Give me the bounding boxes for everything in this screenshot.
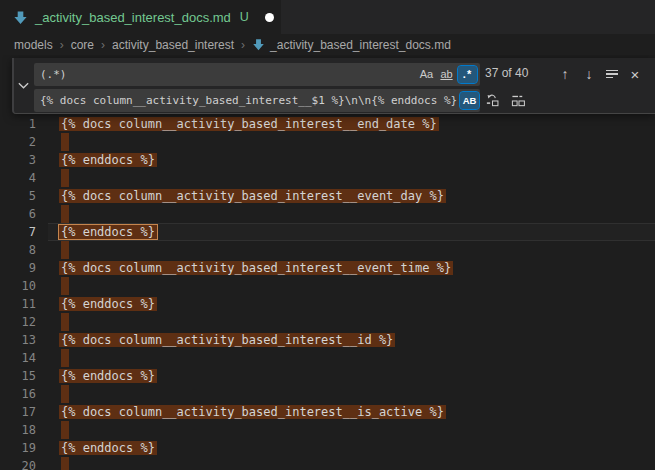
line-content: {% docs column__activity_based_interest_… (61, 115, 439, 133)
code-line[interactable]: 2 (0, 133, 655, 151)
line-number: 17 (0, 403, 36, 421)
find-match-highlight: {% enddocs %} (59, 153, 157, 167)
code-line[interactable]: 3{% enddocs %} (0, 151, 655, 169)
breadcrumb-filename: _activity_based_interest_docs.md (270, 38, 451, 52)
line-content (61, 205, 69, 223)
line-number: 12 (0, 313, 36, 331)
find-match-highlight: {% docs column__activity_based_interest_… (59, 261, 453, 275)
line-number: 13 (0, 331, 36, 349)
toggle-replace-chevron-icon[interactable] (17, 79, 30, 92)
close-find-widget-button[interactable]: × (626, 63, 644, 85)
code-line[interactable]: 5{% docs column__activity_based_interest… (0, 187, 655, 205)
tab-bar: _activity_based_interest_docs.md U (0, 0, 655, 34)
find-match-highlight: {% docs column__activity_based_interest_… (59, 333, 395, 347)
code-line[interactable]: 12 (0, 313, 655, 331)
line-content: {% enddocs %} (61, 295, 157, 313)
code-line[interactable]: 19{% enddocs %} (0, 439, 655, 457)
line-number: 4 (0, 169, 36, 187)
code-line[interactable]: 9{% docs column__activity_based_interest… (0, 259, 655, 277)
preserve-case-toggle[interactable]: AB (460, 92, 479, 109)
find-match-highlight: {% enddocs %} (59, 297, 157, 311)
line-number: 11 (0, 295, 36, 313)
line-content: {% docs column__activity_based_interest_… (61, 187, 446, 205)
replace-input[interactable]: {% docs column__activity_based_interest_… (34, 89, 480, 112)
code-line[interactable]: 14 (0, 349, 655, 367)
line-number: 14 (0, 349, 36, 367)
line-number: 18 (0, 421, 36, 439)
breadcrumb-item-models[interactable]: models (14, 38, 53, 52)
line-number: 15 (0, 367, 36, 385)
modified-dot-icon[interactable] (265, 13, 274, 22)
replace-one-button[interactable] (482, 90, 502, 110)
empty-line-match-highlight (61, 385, 69, 403)
empty-line-match-highlight (61, 421, 69, 439)
find-match-highlight: {% enddocs %} (59, 441, 157, 455)
line-content: {% docs column__activity_based_interest_… (61, 259, 453, 277)
breadcrumb-item-core[interactable]: core (71, 38, 94, 52)
empty-line-match-highlight (61, 277, 69, 295)
line-content: {% enddocs %} (61, 223, 157, 241)
empty-line-match-highlight (61, 133, 69, 151)
find-in-selection-button[interactable] (603, 63, 621, 85)
code-line[interactable]: 15{% enddocs %} (0, 367, 655, 385)
code-line[interactable]: 7{% enddocs %} (0, 223, 655, 241)
match-count: 37 of 40 (485, 66, 528, 80)
empty-line-match-highlight (61, 241, 69, 259)
line-content: {% docs column__activity_based_interest_… (61, 331, 395, 349)
editor-pane[interactable]: (.*) Aa ab .* 37 of 40 ↑ ↓ × {% docs col… (0, 55, 655, 470)
line-content: {% enddocs %} (61, 151, 157, 169)
code-line[interactable]: 11{% enddocs %} (0, 295, 655, 313)
replace-all-button[interactable] (508, 90, 528, 110)
match-case-toggle[interactable]: Aa (417, 66, 436, 83)
line-content (61, 457, 69, 470)
code-line[interactable]: 4 (0, 169, 655, 187)
line-content (61, 133, 69, 151)
find-input[interactable]: (.*) (34, 63, 480, 86)
line-number: 9 (0, 259, 36, 277)
whole-word-toggle[interactable]: ab (437, 66, 456, 83)
line-number: 6 (0, 205, 36, 223)
breadcrumb-item-activity-based-interest[interactable]: activity_based_interest (112, 38, 234, 52)
line-number: 3 (0, 151, 36, 169)
replace-icon (485, 93, 500, 108)
line-content: {% enddocs %} (61, 367, 157, 385)
code-lines: 1{% docs column__activity_based_interest… (0, 115, 655, 470)
find-replace-widget: (.*) Aa ab .* 37 of 40 ↑ ↓ × {% docs col… (12, 58, 655, 114)
code-line[interactable]: 13{% docs column__activity_based_interes… (0, 331, 655, 349)
code-line[interactable]: 8 (0, 241, 655, 259)
line-number: 7 (0, 223, 36, 241)
breadcrumb-separator: › (101, 38, 105, 52)
code-line[interactable]: 6 (0, 205, 655, 223)
markdown-file-icon (252, 38, 265, 51)
empty-line-match-highlight (61, 205, 69, 223)
editor-tab[interactable]: _activity_based_interest_docs.md U (0, 0, 281, 34)
breadcrumb: models › core › activity_based_interest … (0, 34, 655, 55)
line-number: 10 (0, 277, 36, 295)
code-line[interactable]: 20 (0, 457, 655, 470)
line-content: {% enddocs %} (61, 439, 157, 457)
line-content (61, 421, 69, 439)
line-number: 8 (0, 241, 36, 259)
previous-match-button[interactable]: ↑ (556, 63, 574, 85)
empty-line-match-highlight (61, 169, 69, 187)
breadcrumb-item-file[interactable]: _activity_based_interest_docs.md (252, 38, 451, 52)
find-match-highlight: {% docs column__activity_based_interest_… (59, 117, 439, 131)
code-line[interactable]: 1{% docs column__activity_based_interest… (0, 115, 655, 133)
line-number: 16 (0, 385, 36, 403)
find-match-highlight: {% enddocs %} (59, 369, 157, 383)
code-line[interactable]: 10 (0, 277, 655, 295)
breadcrumb-separator: › (241, 38, 245, 52)
breadcrumb-separator: › (60, 38, 64, 52)
code-line[interactable]: 18 (0, 421, 655, 439)
next-match-button[interactable]: ↓ (580, 63, 598, 85)
line-content (61, 277, 69, 295)
replace-all-icon (511, 93, 526, 108)
code-line[interactable]: 17{% docs column__activity_based_interes… (0, 403, 655, 421)
regex-toggle[interactable]: .* (458, 66, 477, 83)
selection-icon (606, 68, 618, 81)
line-number: 1 (0, 115, 36, 133)
line-content: {% docs column__activity_based_interest_… (61, 403, 446, 421)
code-line[interactable]: 16 (0, 385, 655, 403)
line-content (61, 385, 69, 403)
find-match-highlight: {% enddocs %} (59, 225, 157, 239)
